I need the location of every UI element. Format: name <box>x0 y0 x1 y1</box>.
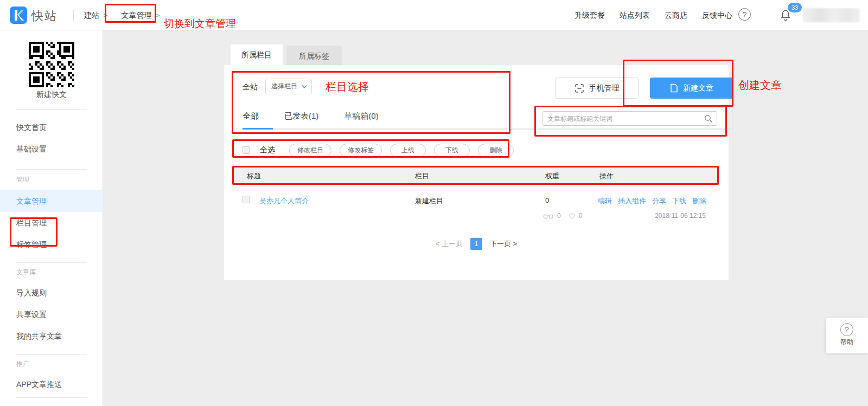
nav-feedback-center[interactable]: 反馈中心 <box>702 11 732 21</box>
action-share[interactable]: 分享 <box>652 196 666 206</box>
action-insert-component[interactable]: 插入组件 <box>618 196 646 206</box>
breadcrumb-separator-icon: > <box>103 11 107 20</box>
tab-belong-column[interactable]: 所属栏目 <box>231 44 283 65</box>
document-icon <box>670 83 678 93</box>
search-icon[interactable] <box>704 114 713 123</box>
filter-tabs: 全部 已发表(1) 草稿箱(0) <box>242 111 379 128</box>
col-header-weight: 权重 <box>545 167 559 185</box>
filter-tab-published[interactable]: 已发表(1) <box>284 111 318 128</box>
new-article-button[interactable]: 新建文章 <box>650 78 733 99</box>
table-header: 标题 栏目 权重 操作 <box>234 167 718 185</box>
views-icon <box>542 213 554 219</box>
new-article-label: 新建文章 <box>683 83 713 93</box>
breadcrumb-separator-icon: > <box>155 11 159 20</box>
article-title-link[interactable]: 吴亦凡个人简介 <box>259 196 309 206</box>
scope-label: 全站 <box>242 82 258 92</box>
col-header-operations: 操作 <box>599 167 614 185</box>
help-widget-label: 帮助 <box>826 338 868 347</box>
help-icon <box>840 323 853 336</box>
sidebar-divider <box>16 109 87 110</box>
help-icon[interactable] <box>738 8 751 21</box>
breadcrumb-site-build[interactable]: 建站 <box>84 11 99 20</box>
likes-heart-icon <box>568 212 576 220</box>
bulk-change-tag-button[interactable]: 修改标签 <box>340 144 382 157</box>
column-select-dropdown[interactable]: 选择栏目 <box>265 79 312 94</box>
mobile-manage-button[interactable]: 手机管理 <box>555 78 639 99</box>
sidebar-item-basic-settings[interactable]: 基础设置 <box>0 138 103 160</box>
sidebar-divider <box>16 397 87 398</box>
chevron-down-icon <box>302 85 307 89</box>
row-actions: 编辑 插入组件 分享 下线 删除 <box>598 196 706 206</box>
pagination-current-page[interactable]: 1 <box>470 238 482 250</box>
pagination-next[interactable]: 下一页 > <box>490 239 517 249</box>
notification-count-badge: 33 <box>788 3 802 12</box>
sidebar-divider <box>16 262 87 263</box>
scan-icon <box>575 83 584 93</box>
sidebar: 新建快文 快文首页 基础设置 管理 文章管理 栏目管理 标签管理 文章库 导入规… <box>0 30 103 406</box>
sidebar-item-article-manage[interactable]: 文章管理 <box>0 190 103 212</box>
sidebar-section-promotion: 推广 <box>16 359 29 369</box>
search-box <box>542 111 717 126</box>
sidebar-divider <box>16 169 87 170</box>
nav-upgrade-plan[interactable]: 升级套餐 <box>575 11 605 21</box>
breadcrumb-article-manage[interactable]: 文章管理 <box>121 11 151 20</box>
mobile-manage-label: 手机管理 <box>589 83 620 93</box>
filter-tab-drafts[interactable]: 草稿箱(0) <box>344 111 378 128</box>
nav-site-list[interactable]: 站点列表 <box>620 11 650 21</box>
article-date: 2018-11-06 12:15 <box>655 212 706 220</box>
sidebar-section-manage: 管理 <box>16 175 29 184</box>
bulk-action-row: 全选 修改栏目 修改标签 上线 下线 删除 <box>242 143 522 157</box>
filter-tab-active-indicator <box>242 128 273 130</box>
app-root: 快站 建站>文章管理> 升级套餐 站点列表 云商店 反馈中心 33 新建快文 快… <box>0 0 868 406</box>
user-account-blurred[interactable] <box>803 8 860 22</box>
action-offline[interactable]: 下线 <box>672 196 686 206</box>
column-select-value: 选择栏目 <box>271 82 297 90</box>
breadcrumb: 建站>文章管理> <box>84 11 164 21</box>
nav-cloud-store[interactable]: 云商店 <box>665 11 687 21</box>
sidebar-divider <box>16 354 87 355</box>
logo-text: 快站 <box>31 8 58 24</box>
select-all-label: 全选 <box>260 145 275 155</box>
top-header: 快站 建站>文章管理> 升级套餐 站点列表 云商店 反馈中心 33 <box>0 0 868 30</box>
filter-tab-all[interactable]: 全部 <box>242 111 259 128</box>
row-checkbox[interactable] <box>242 196 250 203</box>
tab-belong-tag[interactable]: 所属标签 <box>286 46 342 66</box>
action-delete[interactable]: 删除 <box>692 196 706 206</box>
article-column: 新建栏目 <box>415 196 443 206</box>
sidebar-item-home[interactable]: 快文首页 <box>0 117 103 138</box>
bulk-delete-button[interactable]: 删除 <box>478 144 514 157</box>
qr-code <box>29 42 74 87</box>
article-weight: 0 <box>545 196 549 204</box>
header-divider <box>73 10 74 22</box>
views-count: 0 <box>557 212 561 220</box>
pagination: < 上一页 1 下一页 > <box>224 238 729 250</box>
table-row: 吴亦凡个人简介 新建栏目 0 编辑 插入组件 分享 下线 删除 0 <box>234 185 718 229</box>
action-edit[interactable]: 编辑 <box>598 196 612 206</box>
sidebar-section-article-library: 文章库 <box>16 268 36 277</box>
pagination-prev[interactable]: < 上一页 <box>436 239 463 249</box>
kuaizhan-logo-icon[interactable] <box>10 7 27 24</box>
sidebar-item-share-settings[interactable]: 共享设置 <box>0 304 103 325</box>
bulk-publish-button[interactable]: 上线 <box>390 144 426 157</box>
sidebar-item-tag-manage[interactable]: 标签管理 <box>0 234 103 255</box>
col-header-column: 栏目 <box>415 167 429 185</box>
annotation-text-create-article: 创建文章 <box>738 78 782 93</box>
qr-code-label: 新建快文 <box>0 90 103 100</box>
row-stats: 0 0 <box>542 212 582 220</box>
article-list-panel: 全站 选择栏目 手机管理 新建文章 全部 已发表(1) 草稿箱(0) <box>224 65 729 280</box>
search-input[interactable] <box>547 112 699 125</box>
header-nav: 升级套餐 站点列表 云商店 反馈中心 <box>575 11 732 21</box>
bulk-change-column-button[interactable]: 修改栏目 <box>289 144 331 157</box>
help-widget[interactable]: 帮助 <box>826 318 868 353</box>
filter-tabs-track <box>242 128 734 130</box>
likes-count: 0 <box>579 212 583 220</box>
bulk-unpublish-button[interactable]: 下线 <box>434 144 470 157</box>
sidebar-item-import-rules[interactable]: 导入规则 <box>0 282 103 304</box>
sidebar-item-app-article-push[interactable]: APP文章推送 <box>0 373 103 395</box>
select-all-checkbox[interactable] <box>242 146 250 154</box>
col-header-title: 标题 <box>247 167 261 185</box>
sidebar-item-my-shared-articles[interactable]: 我的共享文章 <box>0 325 103 347</box>
sidebar-item-column-manage[interactable]: 栏目管理 <box>0 212 103 234</box>
